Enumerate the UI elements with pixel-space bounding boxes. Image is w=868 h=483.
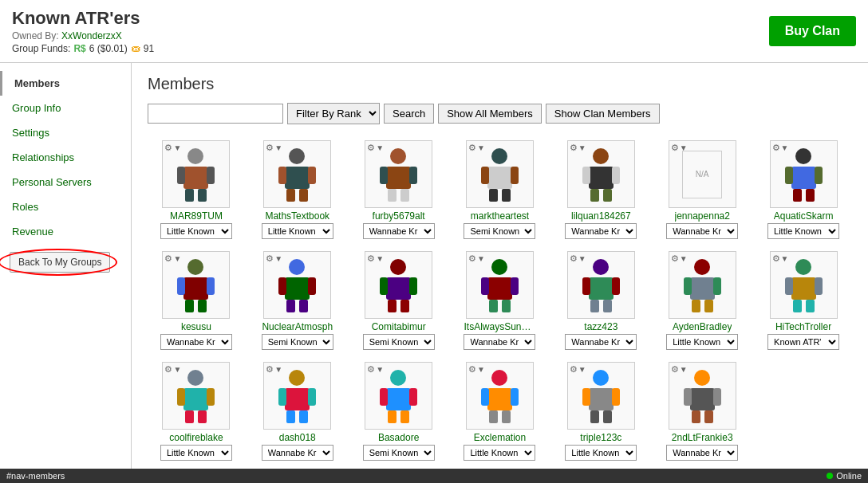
member-rank-select[interactable]: Little Known Wannabe Kr Semi Known Known…: [767, 223, 839, 239]
member-name[interactable]: Exclemation: [474, 432, 526, 443]
svg-rect-35: [806, 189, 815, 202]
member-gear-controls: ⚙ ▼: [671, 364, 688, 375]
svg-rect-62: [582, 277, 590, 295]
member-rank-select[interactable]: Little Known Wannabe Kr Semi Known Known…: [262, 223, 333, 239]
member-rank-select[interactable]: Little Known Wannabe Kr Semi Known Known…: [160, 334, 232, 350]
search-button[interactable]: Search: [384, 104, 434, 124]
member-name[interactable]: tazz423: [584, 321, 617, 332]
svg-rect-27: [612, 167, 620, 184]
show-all-members-button[interactable]: Show All Members: [438, 104, 542, 124]
member-rank: Little Known Wannabe Kr Semi Known Known…: [767, 334, 839, 350]
member-name[interactable]: kesusu: [181, 321, 211, 332]
member-rank-select[interactable]: Little Known Wannabe Kr Semi Known Known…: [565, 223, 637, 239]
avatar-figure: [579, 257, 623, 313]
member-name[interactable]: NuclearAtmosph: [262, 321, 333, 332]
member-name[interactable]: coolfireblake: [169, 432, 223, 443]
member-rank-select[interactable]: Little Known Wannabe Kr Semi Known Known…: [160, 223, 232, 239]
rank-arrow: ▼: [274, 254, 282, 263]
member-name[interactable]: MAR89TUM: [170, 210, 223, 222]
member-rank-select[interactable]: Little Known Wannabe Kr Semi Known Known…: [160, 445, 232, 461]
member-name[interactable]: Basadore: [378, 432, 419, 443]
member-rank-select[interactable]: Little Known Wannabe Kr Semi Known Known…: [464, 445, 535, 461]
member-rank-select[interactable]: Little Known Wannabe Kr Semi Known Known…: [666, 223, 738, 239]
member-rank: Little Known Wannabe Kr Semi Known Known…: [565, 334, 637, 350]
sidebar-item-settings[interactable]: Settings: [0, 120, 131, 145]
member-name[interactable]: marktheartest: [471, 210, 529, 222]
svg-point-30: [795, 148, 811, 164]
svg-rect-43: [285, 277, 310, 300]
gear-icon: ⚙: [164, 253, 172, 264]
avatar-figure: [174, 257, 218, 313]
svg-rect-67: [690, 277, 715, 300]
member-name[interactable]: furby5679alt: [373, 210, 425, 222]
member-rank-select[interactable]: Little Known Wannabe Kr Semi Known Known…: [464, 334, 535, 350]
member-card: ⚙ ▼ N/A jennapenna2 Little Known Wannabe…: [653, 136, 751, 243]
member-rank-select[interactable]: Little Known Wannabe Kr Semi Known Known…: [464, 223, 535, 239]
member-rank-select[interactable]: Little Known Wannabe Kr Semi Known Known…: [666, 334, 738, 350]
owner-link[interactable]: XxWonderzxX: [61, 30, 122, 41]
svg-rect-56: [481, 277, 489, 295]
member-card: ⚙ ▼ Exclemation Little Known Wannabe Kr …: [452, 358, 549, 465]
member-rank-select[interactable]: Little Known Wannabe Kr Semi Known Known…: [565, 445, 637, 461]
member-name[interactable]: 2ndLtFrankie3: [672, 432, 733, 443]
member-name[interactable]: MathsTextbook: [265, 210, 329, 222]
show-clan-members-button[interactable]: Show Clan Members: [546, 104, 660, 124]
member-name[interactable]: ItsAlwaysSunnyIr: [464, 321, 535, 332]
funds-robux: 6 ($0.01): [89, 43, 128, 54]
svg-rect-19: [487, 167, 512, 189]
member-rank-select[interactable]: Little Known Wannabe Kr Semi Known Known…: [666, 445, 738, 461]
svg-rect-21: [511, 167, 519, 184]
member-card: ⚙ ▼ ItsAlwaysSunnyIr Little Known Wannab…: [452, 247, 549, 354]
sidebar-item-relationships[interactable]: Relationships: [0, 145, 131, 170]
svg-point-90: [390, 370, 406, 386]
member-name[interactable]: Comitabimur: [372, 321, 426, 332]
member-name[interactable]: AydenBradley: [673, 321, 732, 332]
avatar-figure: [478, 147, 522, 202]
back-to-my-groups-button[interactable]: Back To My Groups: [10, 252, 110, 273]
svg-rect-64: [590, 300, 599, 312]
member-name[interactable]: lilquan184267: [571, 210, 631, 222]
svg-rect-113: [704, 410, 713, 423]
gear-icon: ⚙: [671, 143, 679, 153]
member-card: ⚙ ▼ 2ndLtFrankie3 Little Known Wannabe K…: [653, 358, 751, 465]
member-rank: Little Known Wannabe Kr Semi Known Known…: [363, 334, 435, 350]
svg-rect-8: [278, 167, 286, 184]
rank-arrow: ▼: [578, 365, 586, 374]
member-rank-select[interactable]: Little Known Wannabe Kr Semi Known Known…: [363, 445, 435, 461]
member-name[interactable]: dash018: [279, 432, 316, 443]
sidebar-item-roles[interactable]: Roles: [0, 194, 131, 219]
page-header: Known ATR'ers Owned By: XxWonderzxX Grou…: [0, 0, 868, 63]
member-name[interactable]: AquaticSkarm: [774, 210, 834, 222]
avatar-figure: [579, 147, 623, 202]
member-name[interactable]: HiTechTroller: [775, 321, 831, 332]
member-rank-select[interactable]: Little Known Wannabe Kr Semi Known Known…: [262, 445, 333, 461]
member-gear-controls: ⚙ ▼: [367, 143, 384, 153]
sidebar-item-personal-servers[interactable]: Personal Servers: [0, 170, 131, 194]
sidebar-item-group-info[interactable]: Group Info: [0, 96, 131, 120]
svg-rect-92: [380, 388, 388, 406]
member-rank: Little Known Wannabe Kr Semi Known Known…: [160, 223, 232, 239]
sidebar-item-revenue[interactable]: Revenue: [0, 219, 131, 244]
member-gear-controls: ⚙ ▼: [772, 253, 789, 264]
buy-clan-button[interactable]: Buy Clan: [769, 16, 856, 46]
member-name[interactable]: triple123c: [580, 432, 621, 443]
filter-rank-select[interactable]: Filter By Rank Little Known Wannabe Kr S…: [287, 103, 380, 124]
avatar-na: N/A: [682, 151, 722, 198]
svg-rect-4: [185, 189, 194, 202]
member-gear-controls: ⚙ ▼: [671, 143, 688, 153]
member-avatar-box: ⚙ ▼: [770, 140, 838, 208]
member-rank-select[interactable]: Little Known Wannabe Kr Semi Known Known…: [363, 223, 435, 239]
member-card: ⚙ ▼ NuclearAtmosph Little Known Wannabe …: [249, 247, 346, 354]
rank-arrow: ▼: [376, 143, 384, 152]
svg-rect-3: [207, 167, 215, 184]
member-rank-select[interactable]: Little Known Wannabe Kr Semi Known Known…: [363, 334, 435, 350]
member-name[interactable]: jennapenna2: [675, 210, 730, 222]
search-input[interactable]: [148, 104, 283, 124]
sidebar-item-members[interactable]: Members: [0, 71, 131, 96]
svg-rect-80: [177, 388, 185, 406]
rank-arrow: ▼: [477, 143, 485, 152]
member-card: ⚙ ▼ Comitabimur Little Known Wannabe Kr …: [350, 247, 448, 354]
member-rank-select[interactable]: Little Known Wannabe Kr Semi Known Known…: [767, 334, 839, 350]
member-rank-select[interactable]: Little Known Wannabe Kr Semi Known Known…: [262, 334, 333, 350]
member-rank-select[interactable]: Little Known Wannabe Kr Semi Known Known…: [565, 334, 637, 350]
